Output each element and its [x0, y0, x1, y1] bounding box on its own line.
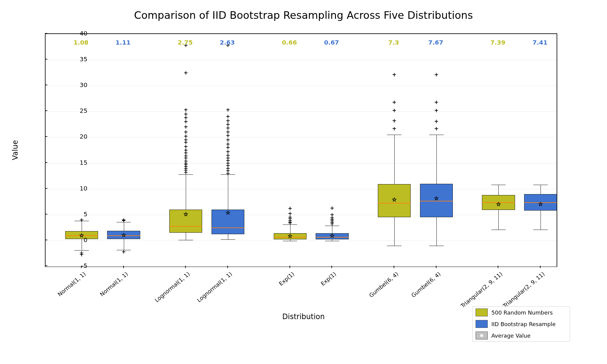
legend-label: 500 Random Numbers: [491, 309, 553, 316]
y-tick-label: 10: [45, 185, 92, 192]
x-tick-label: Gumbel(6, 4): [368, 271, 400, 298]
outlier-marker: +: [434, 72, 439, 77]
outlier-marker: +: [226, 107, 230, 113]
x-tick-label: Normal(1, 1): [56, 271, 87, 298]
iqr-annotation: 7.67: [428, 39, 443, 46]
outlier-marker: +: [392, 118, 397, 123]
figure: Comparison of IID Bootstrap Resampling A…: [0, 0, 607, 364]
mean-marker: ☆: [183, 211, 188, 217]
y-tick-mark: [45, 85, 47, 85]
outlier-marker: +: [288, 211, 292, 216]
iqr-annotation: 2.63: [220, 39, 235, 46]
x-tick-label: Lognormal(1, 1): [154, 271, 191, 303]
y-tick-mark: [45, 59, 47, 59]
y-tick-mark: [45, 214, 47, 214]
y-tick-label: 40: [45, 30, 92, 37]
outlier-marker: +: [184, 129, 188, 135]
y-tick-mark: [45, 33, 47, 34]
legend-swatch-average: ✱: [476, 332, 488, 339]
legend-label: Average Value: [491, 332, 531, 339]
iqr-annotation: 1.08: [73, 39, 88, 46]
mean-marker: ☆: [434, 195, 439, 201]
legend-item-random: 500 Random Numbers: [473, 307, 570, 318]
iqr-annotation: 2.75: [178, 39, 193, 46]
plot-area: ☆+++☆+++☆+++++++++++++++++++++++☆+++++++…: [45, 33, 557, 267]
x-tick-label: Triangular(2, 9, 11): [502, 271, 546, 309]
chart-title: Comparison of IID Bootstrap Resampling A…: [0, 9, 607, 21]
y-tick-label: 15: [45, 159, 92, 166]
x-tick-label: Lognormal(1, 1): [196, 271, 233, 303]
outlier-marker: +: [121, 217, 126, 223]
iqr-annotation: 7.3: [388, 39, 399, 46]
outlier-marker: +: [392, 72, 397, 77]
outlier-marker: +: [434, 108, 439, 113]
legend-item-resample: IID Bootstrap Resample: [473, 318, 570, 330]
y-tick-mark: [45, 162, 47, 163]
y-tick-mark: [45, 136, 47, 137]
outlier-marker: +: [392, 126, 397, 131]
y-tick-label: 20: [45, 133, 92, 140]
iqr-annotation: 0.67: [324, 39, 339, 46]
iqr-annotation: 7.39: [490, 39, 505, 46]
mean-marker: ☆: [121, 231, 126, 238]
mean-marker: ☆: [392, 196, 397, 202]
mean-marker: ☆: [496, 201, 501, 207]
outlier-marker: +: [330, 212, 334, 217]
legend-label: IID Bootstrap Resample: [491, 321, 556, 327]
iqr-annotation: 1.11: [116, 39, 131, 46]
x-tick-label: Normal(1, 1): [99, 271, 129, 298]
outlier-marker: +: [330, 205, 334, 211]
outlier-marker: +: [226, 114, 230, 119]
y-tick-label: 35: [45, 56, 92, 63]
outlier-marker: +: [288, 206, 292, 211]
x-tick-label: Triangular(2, 9, 11): [460, 271, 504, 309]
y-tick-label: -5: [45, 262, 92, 269]
mean-marker: ☆: [330, 232, 334, 239]
y-tick-mark: [45, 188, 47, 189]
outlier-marker: +: [121, 249, 126, 254]
y-tick-mark: [45, 110, 47, 111]
x-tick-label: Exp(1): [278, 271, 296, 287]
legend-swatch-resample: [476, 320, 488, 328]
outlier-marker: +: [79, 217, 84, 223]
x-tick-label: Exp(1): [320, 271, 337, 287]
y-tick-label: 5: [45, 211, 92, 218]
x-tick-label: Gumbel(6, 4): [410, 271, 442, 298]
outlier-marker: +: [184, 107, 188, 113]
outlier-marker: +: [392, 108, 397, 113]
mean-marker: ☆: [288, 232, 293, 239]
iqr-annotation: 7.41: [532, 39, 547, 46]
outlier-marker: +: [434, 126, 439, 131]
mean-marker: ☆: [226, 209, 230, 216]
y-tick-mark: [45, 240, 47, 240]
mean-marker: ☆: [538, 201, 543, 207]
legend: 500 Random Numbers IID Bootstrap Resampl…: [472, 306, 570, 342]
legend-item-average: ✱ Average Value: [473, 330, 570, 341]
outlier-marker: +: [434, 99, 439, 105]
outlier-marker: +: [184, 70, 188, 76]
y-tick-label: 30: [45, 81, 92, 89]
y-tick-label: 25: [45, 107, 92, 114]
outlier-marker: +: [392, 99, 397, 105]
y-tick-mark: [45, 265, 47, 266]
outlier-marker: +: [79, 250, 84, 256]
outlier-marker: +: [434, 119, 439, 124]
outlier-marker: +: [184, 124, 188, 130]
legend-swatch-random: [476, 308, 488, 316]
y-tick-label: 0: [45, 236, 92, 244]
y-axis-label: Value: [11, 140, 19, 160]
iqr-annotation: 0.66: [282, 39, 297, 46]
